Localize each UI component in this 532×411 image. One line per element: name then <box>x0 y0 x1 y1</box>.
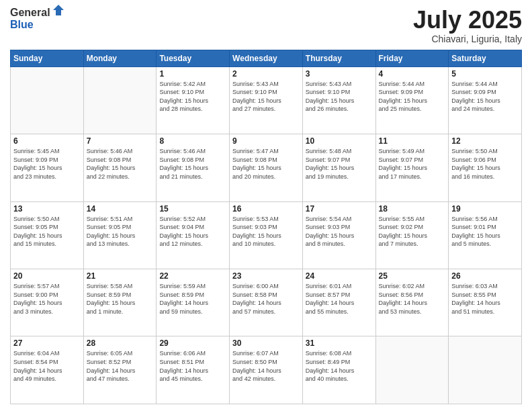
calendar-cell: 14Sunrise: 5:51 AM Sunset: 9:05 PM Dayli… <box>83 201 157 269</box>
day-info: Sunrise: 5:50 AM Sunset: 9:05 PM Dayligh… <box>13 215 81 248</box>
calendar-cell <box>11 66 84 134</box>
day-info: Sunrise: 5:46 AM Sunset: 9:08 PM Dayligh… <box>87 147 154 181</box>
calendar-cell: 18Sunrise: 5:55 AM Sunset: 9:02 PM Dayli… <box>375 201 449 269</box>
day-number: 16 <box>232 204 300 214</box>
week-row-3: 13Sunrise: 5:50 AM Sunset: 9:05 PM Dayli… <box>11 201 522 269</box>
svg-marker-0 <box>53 5 64 15</box>
header-tuesday: Tuesday <box>157 50 230 66</box>
day-info: Sunrise: 5:47 AM Sunset: 9:08 PM Dayligh… <box>232 147 300 181</box>
day-number: 27 <box>13 338 81 348</box>
day-info: Sunrise: 6:06 AM Sunset: 8:51 PM Dayligh… <box>159 349 226 383</box>
day-number: 11 <box>379 136 446 146</box>
day-number: 26 <box>451 271 519 281</box>
day-number: 18 <box>379 204 446 214</box>
day-number: 17 <box>306 204 373 214</box>
calendar-cell: 24Sunrise: 6:01 AM Sunset: 8:57 PM Dayli… <box>302 269 375 336</box>
day-info: Sunrise: 5:48 AM Sunset: 9:07 PM Dayligh… <box>306 147 373 181</box>
day-number: 30 <box>232 338 300 348</box>
calendar-cell: 27Sunrise: 6:04 AM Sunset: 8:54 PM Dayli… <box>11 336 84 404</box>
header: General Blue July 2025 Chiavari, Liguria… <box>10 7 522 44</box>
calendar-cell: 5Sunrise: 5:44 AM Sunset: 9:09 PM Daylig… <box>449 66 522 134</box>
calendar-cell: 22Sunrise: 5:59 AM Sunset: 8:59 PM Dayli… <box>157 269 230 336</box>
day-info: Sunrise: 5:50 AM Sunset: 9:06 PM Dayligh… <box>451 147 519 181</box>
calendar-cell: 10Sunrise: 5:48 AM Sunset: 9:07 PM Dayli… <box>302 134 375 201</box>
day-info: Sunrise: 6:00 AM Sunset: 8:58 PM Dayligh… <box>232 282 300 316</box>
calendar-cell: 13Sunrise: 5:50 AM Sunset: 9:05 PM Dayli… <box>11 201 84 269</box>
calendar-cell <box>449 336 522 404</box>
calendar-cell: 23Sunrise: 6:00 AM Sunset: 8:58 PM Dayli… <box>230 269 303 336</box>
calendar-cell: 26Sunrise: 6:03 AM Sunset: 8:55 PM Dayli… <box>449 269 522 336</box>
day-info: Sunrise: 5:55 AM Sunset: 9:02 PM Dayligh… <box>379 215 446 248</box>
day-info: Sunrise: 5:58 AM Sunset: 8:59 PM Dayligh… <box>87 282 154 316</box>
header-thursday: Thursday <box>302 50 375 66</box>
header-friday: Friday <box>375 50 449 66</box>
day-info: Sunrise: 5:43 AM Sunset: 9:10 PM Dayligh… <box>306 80 373 113</box>
day-number: 6 <box>13 136 81 146</box>
weekday-header-row: Sunday Monday Tuesday Wednesday Thursday… <box>11 50 522 66</box>
day-number: 13 <box>13 204 81 214</box>
calendar-cell: 3Sunrise: 5:43 AM Sunset: 9:10 PM Daylig… <box>302 66 375 134</box>
header-wednesday: Wednesday <box>230 50 303 66</box>
header-saturday: Saturday <box>449 50 522 66</box>
day-number: 29 <box>159 338 226 348</box>
day-info: Sunrise: 5:45 AM Sunset: 9:09 PM Dayligh… <box>13 147 81 181</box>
logo-icon <box>52 3 65 17</box>
day-number: 19 <box>451 204 519 214</box>
calendar-cell: 21Sunrise: 5:58 AM Sunset: 8:59 PM Dayli… <box>83 269 157 336</box>
day-info: Sunrise: 5:42 AM Sunset: 9:10 PM Dayligh… <box>159 80 226 113</box>
day-info: Sunrise: 6:07 AM Sunset: 8:50 PM Dayligh… <box>232 349 300 383</box>
day-info: Sunrise: 5:57 AM Sunset: 9:00 PM Dayligh… <box>13 282 81 316</box>
month-title: July 2025 <box>413 7 522 34</box>
day-info: Sunrise: 6:08 AM Sunset: 8:49 PM Dayligh… <box>306 349 373 383</box>
day-info: Sunrise: 5:44 AM Sunset: 9:09 PM Dayligh… <box>379 80 446 113</box>
day-number: 31 <box>306 338 373 348</box>
week-row-4: 20Sunrise: 5:57 AM Sunset: 9:00 PM Dayli… <box>11 269 522 336</box>
calendar-cell <box>83 66 157 134</box>
day-info: Sunrise: 5:49 AM Sunset: 9:07 PM Dayligh… <box>379 147 446 181</box>
day-number: 5 <box>451 69 519 79</box>
day-number: 2 <box>232 69 300 79</box>
day-info: Sunrise: 6:04 AM Sunset: 8:54 PM Dayligh… <box>13 349 81 383</box>
day-info: Sunrise: 5:54 AM Sunset: 9:03 PM Dayligh… <box>306 215 373 248</box>
day-info: Sunrise: 5:43 AM Sunset: 9:10 PM Dayligh… <box>232 80 300 113</box>
calendar-cell: 29Sunrise: 6:06 AM Sunset: 8:51 PM Dayli… <box>157 336 230 404</box>
week-row-2: 6Sunrise: 5:45 AM Sunset: 9:09 PM Daylig… <box>11 134 522 201</box>
calendar-cell: 12Sunrise: 5:50 AM Sunset: 9:06 PM Dayli… <box>449 134 522 201</box>
logo-blue: Blue <box>10 19 50 31</box>
calendar-cell: 19Sunrise: 5:56 AM Sunset: 9:01 PM Dayli… <box>449 201 522 269</box>
header-sunday: Sunday <box>11 50 84 66</box>
calendar-cell: 17Sunrise: 5:54 AM Sunset: 9:03 PM Dayli… <box>302 201 375 269</box>
calendar-cell: 20Sunrise: 5:57 AM Sunset: 9:00 PM Dayli… <box>11 269 84 336</box>
day-info: Sunrise: 6:05 AM Sunset: 8:52 PM Dayligh… <box>87 349 154 383</box>
day-number: 24 <box>306 271 373 281</box>
day-number: 15 <box>159 204 226 214</box>
day-info: Sunrise: 6:03 AM Sunset: 8:55 PM Dayligh… <box>451 282 519 316</box>
day-info: Sunrise: 5:44 AM Sunset: 9:09 PM Dayligh… <box>451 80 519 113</box>
calendar-cell: 6Sunrise: 5:45 AM Sunset: 9:09 PM Daylig… <box>11 134 84 201</box>
calendar-cell: 25Sunrise: 6:02 AM Sunset: 8:56 PM Dayli… <box>375 269 449 336</box>
day-info: Sunrise: 5:46 AM Sunset: 9:08 PM Dayligh… <box>159 147 226 181</box>
logo-general: General <box>10 7 50 19</box>
day-number: 10 <box>306 136 373 146</box>
day-number: 8 <box>159 136 226 146</box>
calendar-table: Sunday Monday Tuesday Wednesday Thursday… <box>10 50 522 404</box>
location: Chiavari, Liguria, Italy <box>413 34 522 44</box>
day-info: Sunrise: 6:01 AM Sunset: 8:57 PM Dayligh… <box>306 282 373 316</box>
day-info: Sunrise: 5:51 AM Sunset: 9:05 PM Dayligh… <box>87 215 154 248</box>
calendar-cell: 7Sunrise: 5:46 AM Sunset: 9:08 PM Daylig… <box>83 134 157 201</box>
calendar-cell: 28Sunrise: 6:05 AM Sunset: 8:52 PM Dayli… <box>83 336 157 404</box>
calendar-cell: 2Sunrise: 5:43 AM Sunset: 9:10 PM Daylig… <box>230 66 303 134</box>
day-info: Sunrise: 5:59 AM Sunset: 8:59 PM Dayligh… <box>159 282 226 316</box>
day-info: Sunrise: 5:56 AM Sunset: 9:01 PM Dayligh… <box>451 215 519 248</box>
logo: General Blue <box>10 7 65 30</box>
day-number: 21 <box>87 271 154 281</box>
page: General Blue July 2025 Chiavari, Liguria… <box>0 0 532 411</box>
day-number: 20 <box>13 271 81 281</box>
calendar-cell: 9Sunrise: 5:47 AM Sunset: 9:08 PM Daylig… <box>230 134 303 201</box>
day-number: 28 <box>87 338 154 348</box>
calendar-cell <box>375 336 449 404</box>
calendar-cell: 8Sunrise: 5:46 AM Sunset: 9:08 PM Daylig… <box>157 134 230 201</box>
week-row-5: 27Sunrise: 6:04 AM Sunset: 8:54 PM Dayli… <box>11 336 522 404</box>
day-number: 7 <box>87 136 154 146</box>
calendar-cell: 11Sunrise: 5:49 AM Sunset: 9:07 PM Dayli… <box>375 134 449 201</box>
